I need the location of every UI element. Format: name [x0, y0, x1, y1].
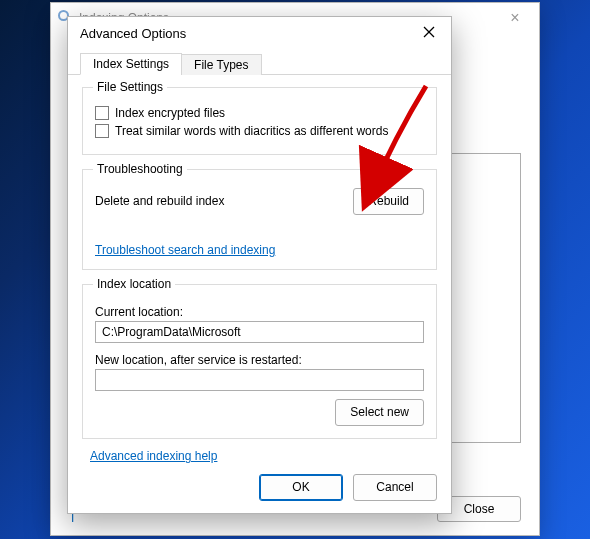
tab-panel-index-settings: File Settings Index encrypted files Trea…: [68, 75, 451, 461]
label-index-encrypted: Index encrypted files: [115, 106, 225, 120]
new-location-field[interactable]: [95, 369, 424, 391]
cancel-button[interactable]: Cancel: [353, 474, 437, 501]
dialog-close-button[interactable]: [415, 21, 443, 45]
troubleshooting-legend: Troubleshooting: [93, 162, 187, 176]
tab-index-settings[interactable]: Index Settings: [80, 53, 182, 75]
tab-file-types[interactable]: File Types: [181, 54, 261, 75]
checkbox-index-encrypted[interactable]: [95, 106, 109, 120]
group-index-location: Index location Current location: C:\Prog…: [82, 284, 437, 439]
checkbox-diacritics[interactable]: [95, 124, 109, 138]
ok-button[interactable]: OK: [259, 474, 343, 501]
delete-rebuild-label: Delete and rebuild index: [95, 194, 224, 208]
group-troubleshooting: Troubleshooting Delete and rebuild index…: [82, 169, 437, 270]
dialog-titlebar: Advanced Options: [68, 17, 451, 49]
close-icon[interactable]: ×: [497, 9, 533, 27]
dialog-title: Advanced Options: [80, 26, 186, 41]
current-location-field[interactable]: C:\ProgramData\Microsoft: [95, 321, 424, 343]
file-settings-legend: File Settings: [93, 80, 167, 94]
troubleshoot-search-link[interactable]: Troubleshoot search and indexing: [95, 243, 275, 257]
index-location-legend: Index location: [93, 277, 175, 291]
label-diacritics: Treat similar words with diacritics as d…: [115, 124, 388, 138]
dialog-footer: OK Cancel: [82, 474, 437, 501]
new-location-label: New location, after service is restarted…: [95, 353, 424, 367]
group-file-settings: File Settings Index encrypted files Trea…: [82, 87, 437, 155]
current-location-value: C:\ProgramData\Microsoft: [102, 325, 241, 339]
tabstrip: Index Settings File Types: [68, 49, 451, 75]
select-new-button[interactable]: Select new: [335, 399, 424, 426]
advanced-options-dialog: Advanced Options Index Settings File Typ…: [67, 16, 452, 514]
close-icon: [423, 26, 435, 41]
current-location-label: Current location:: [95, 305, 424, 319]
advanced-indexing-help-link[interactable]: Advanced indexing help: [90, 449, 217, 463]
rebuild-button[interactable]: Rebuild: [353, 188, 424, 215]
